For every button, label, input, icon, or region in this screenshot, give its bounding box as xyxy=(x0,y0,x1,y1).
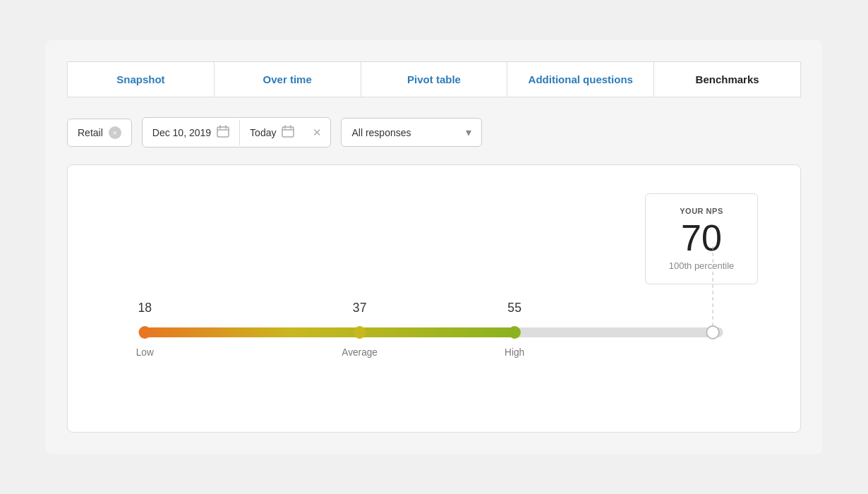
svg-text:55: 55 xyxy=(507,301,522,315)
calendar-to-icon xyxy=(282,125,294,140)
gauge-dot-your-nps xyxy=(706,326,719,339)
gauge-dot-low xyxy=(138,326,151,339)
nps-card-value: 70 xyxy=(663,219,740,256)
date-to-value: Today xyxy=(250,127,276,138)
calendar-from-icon xyxy=(217,125,229,140)
responses-dropdown[interactable]: All responses ▾ xyxy=(341,118,482,147)
date-from-part[interactable]: Dec 10, 2019 xyxy=(143,118,239,147)
responses-value: All responses xyxy=(351,127,411,138)
category-value: Retail xyxy=(78,127,103,138)
chart-container: YOUR NPS 70 100th percentile 18 37 55 xyxy=(67,164,801,433)
gauge-svg: 18 37 55 xyxy=(124,292,744,391)
chevron-down-icon: ▾ xyxy=(466,126,471,139)
date-to-part[interactable]: Today xyxy=(240,118,304,147)
gauge-area: 18 37 55 xyxy=(110,292,758,394)
svg-text:Average: Average xyxy=(342,347,378,358)
tab-benchmarks[interactable]: Benchmarks xyxy=(654,61,801,97)
tab-over-time[interactable]: Over time xyxy=(215,61,361,97)
tab-snapshot[interactable]: Snapshot xyxy=(67,61,215,97)
nps-card-label: YOUR NPS xyxy=(663,207,740,215)
filters-row: Retail × Dec 10, 2019 Today xyxy=(67,117,801,147)
tabs-bar: Snapshot Over time Pivot table Additiona… xyxy=(67,61,801,97)
nps-card-percentile: 100th percentile xyxy=(663,260,740,271)
category-close-icon[interactable]: × xyxy=(109,126,121,139)
main-container: Snapshot Over time Pivot table Additiona… xyxy=(46,40,822,454)
svg-text:High: High xyxy=(505,347,524,358)
date-from-value: Dec 10, 2019 xyxy=(152,127,211,138)
svg-rect-0 xyxy=(217,127,229,137)
svg-rect-12 xyxy=(145,327,514,337)
gauge-dot-high xyxy=(508,326,521,339)
gauge-dot-average xyxy=(354,326,366,339)
svg-rect-4 xyxy=(282,127,294,137)
category-filter[interactable]: Retail × xyxy=(67,119,132,147)
svg-text:37: 37 xyxy=(353,301,367,315)
svg-text:Low: Low xyxy=(136,347,155,358)
tab-pivot-table[interactable]: Pivot table xyxy=(361,61,508,97)
date-range-filter[interactable]: Dec 10, 2019 Today xyxy=(142,117,332,147)
nps-card: YOUR NPS 70 100th percentile xyxy=(645,193,758,284)
tab-additional-questions[interactable]: Additional questions xyxy=(507,61,654,97)
date-close-icon[interactable]: ✕ xyxy=(304,119,330,146)
svg-text:18: 18 xyxy=(138,301,152,315)
